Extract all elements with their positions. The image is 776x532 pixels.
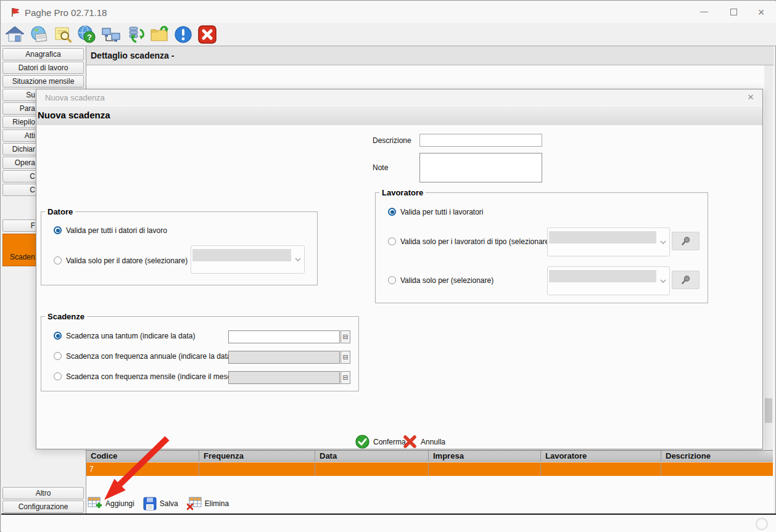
radio-datori-tutti[interactable]: [54, 226, 62, 234]
dialog-close-icon[interactable]: ×: [744, 91, 757, 104]
radio-una-tantum-label: Scadenza una tantum (indicare la data): [66, 332, 195, 340]
minimize-button[interactable]: [690, 1, 718, 23]
lavoratori-selezionare-search-button[interactable]: [672, 271, 700, 289]
sidebar-item-anagrafica[interactable]: Anagrafica: [2, 48, 84, 60]
exit-icon[interactable]: [197, 25, 217, 44]
add-grid-icon: [88, 497, 102, 510]
mensile-month-picker-icon[interactable]: ⊟: [341, 371, 350, 384]
save-row-button[interactable]: Salva: [143, 497, 178, 510]
delete-grid-icon: [187, 497, 202, 510]
lavoratori-tipo-combobox[interactable]: [547, 227, 670, 256]
sidebar-item-configurazione[interactable]: Configurazione: [2, 501, 84, 513]
radio-frequenza-annuale-label: Scadenza con frequenza annuale (indicare…: [66, 352, 234, 361]
title-bar: Paghe Pro 02.71.18 ×: [1, 1, 776, 23]
sidebar-item-situazione-mensile[interactable]: Situazione mensile: [2, 75, 84, 88]
radio-una-tantum[interactable]: [54, 332, 62, 340]
delete-row-label: Elimina: [205, 499, 229, 508]
dialog-title: Nuova scadenza: [45, 93, 105, 102]
nuova-scadenza-dialog: Nuova scadenza × Nuova scadenza Descrizi…: [36, 89, 763, 449]
column-header-frequenza[interactable]: Frequenza: [199, 451, 315, 461]
annuale-date-input[interactable]: [228, 351, 340, 364]
status-spinner-icon: [756, 518, 768, 530]
info-icon[interactable]: [173, 25, 193, 44]
cell-data: [315, 462, 429, 476]
close-button[interactable]: ×: [747, 1, 775, 23]
column-header-codice[interactable]: Codice: [86, 451, 199, 461]
save-row-label: Salva: [160, 499, 178, 508]
confirm-button[interactable]: Conferma: [355, 435, 406, 449]
cell-codice: 7: [86, 462, 199, 476]
cell-frequenza: [199, 462, 315, 476]
search-icon: [681, 236, 691, 246]
vertical-scrollbar[interactable]: [764, 65, 773, 450]
maximize-button[interactable]: [719, 1, 748, 23]
una-tantum-date-picker-icon[interactable]: ⊟: [341, 330, 350, 343]
scrollbar-thumb[interactable]: [765, 398, 772, 423]
mensile-month-input[interactable]: [228, 371, 340, 384]
radio-lavoratori-selezionare[interactable]: [388, 276, 396, 284]
home-icon[interactable]: [5, 25, 25, 44]
dialog-title-bar: Nuova scadenza ×: [36, 89, 762, 105]
column-header-lavoratore[interactable]: Lavoratore: [541, 451, 661, 461]
radio-frequenza-mensile[interactable]: [54, 372, 62, 380]
confirm-check-icon: [355, 435, 369, 449]
datore-combobox[interactable]: [191, 245, 305, 274]
window-title: Paghe Pro 02.71.18: [25, 7, 107, 18]
lavoratore-legend: Lavoratore: [379, 188, 426, 197]
add-row-button[interactable]: Aggiungi: [88, 497, 134, 510]
radio-datori-tutti-label: Valida per tutti i datori di lavoro: [66, 226, 167, 235]
table-action-bar: Aggiungi Salva: [88, 494, 229, 514]
column-header-data[interactable]: Data: [315, 451, 429, 461]
cell-impresa: [429, 462, 541, 476]
confirm-label: Conferma: [373, 438, 406, 446]
save-floppy-icon: [143, 497, 157, 510]
search-document-icon[interactable]: [53, 25, 73, 44]
datore-legend: Datore: [45, 207, 75, 216]
data-sync-icon[interactable]: [125, 25, 145, 44]
folder-refresh-icon[interactable]: [149, 25, 169, 44]
cancel-label: Annulla: [421, 438, 445, 446]
main-toolbar: ?: [1, 23, 776, 46]
una-tantum-date-input[interactable]: [228, 330, 340, 343]
radio-datore-selezionare-label: Valida solo per il datore (selezionare): [66, 256, 188, 265]
lavoratori-tipo-search-button[interactable]: [672, 232, 700, 250]
radio-lavoratori-tipo[interactable]: [388, 237, 396, 245]
sidebar-item-datori-di-lavoro[interactable]: Datori di lavoro: [2, 62, 84, 74]
table-header: Codice Frequenza Data Impresa Lavoratore…: [86, 450, 773, 462]
chevron-down-icon: [295, 257, 301, 262]
network-icon[interactable]: [101, 25, 121, 44]
descrizione-input[interactable]: [419, 134, 542, 147]
chevron-down-icon: [660, 279, 666, 284]
svg-text:?: ?: [87, 33, 92, 42]
add-row-label: Aggiungi: [105, 499, 134, 508]
radio-frequenza-mensile-label: Scadenza con frequenza mensile (indicare…: [66, 372, 234, 381]
radio-lavoratori-tipo-label: Valida solo per i lavoratori di tipo (se…: [400, 237, 551, 246]
status-bar: [1, 515, 776, 532]
app-logo-flag-icon: [10, 7, 21, 18]
scadenze-legend: Scadenze: [45, 312, 87, 321]
dialog-heading: Nuova scadenza: [38, 110, 110, 120]
sidebar-item-altro[interactable]: Altro: [2, 487, 84, 499]
annuale-date-picker-icon[interactable]: ⊟: [341, 351, 350, 364]
app-window: Paghe Pro 02.71.18 × ?: [0, 0, 776, 532]
news-globe-icon[interactable]: [29, 25, 49, 44]
delete-row-button[interactable]: Elimina: [187, 497, 229, 510]
descrizione-label: Descrizione: [373, 136, 411, 145]
column-header-descrizione[interactable]: Descrizione: [661, 451, 773, 461]
note-input[interactable]: [419, 153, 542, 182]
content-header-title: Dettaglio scadenza -: [86, 46, 774, 65]
radio-frequenza-annuale[interactable]: [54, 352, 62, 360]
radio-datore-selezionare[interactable]: [54, 256, 62, 264]
chevron-down-icon: [660, 240, 666, 245]
cancel-x-icon: [403, 435, 417, 449]
note-label: Note: [373, 163, 388, 172]
column-header-impresa[interactable]: Impresa: [429, 451, 541, 461]
table-row-selected[interactable]: 7: [86, 462, 773, 476]
cell-lavoratore: [541, 462, 661, 476]
lavoratori-selezionare-combobox[interactable]: [547, 266, 670, 295]
dialog-heading-band: [36, 106, 762, 125]
search-icon: [681, 275, 691, 285]
web-help-icon[interactable]: ?: [77, 25, 97, 44]
cancel-button[interactable]: Annulla: [403, 435, 445, 449]
radio-lavoratori-tutti[interactable]: [388, 208, 396, 216]
